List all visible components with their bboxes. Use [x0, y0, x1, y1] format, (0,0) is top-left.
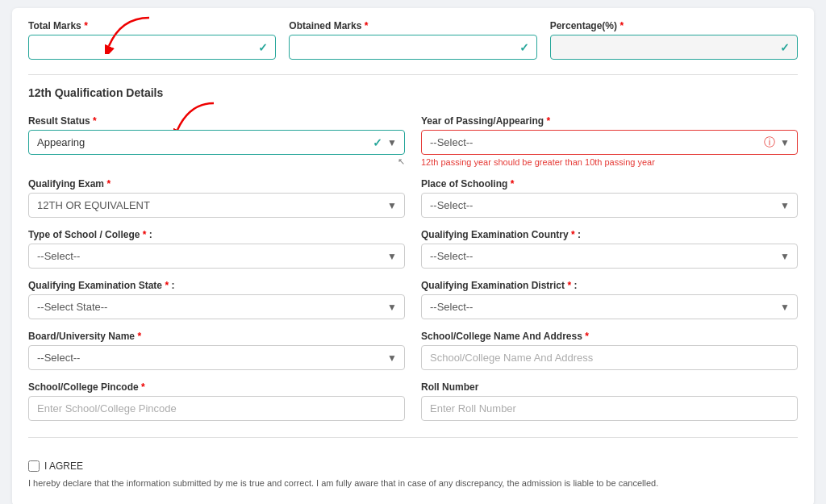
type-of-school-select[interactable]: --Select--: [28, 244, 405, 269]
percentage-label: Percentage(%) *: [550, 20, 798, 31]
qualifying-state-label: Qualifying Examination State * :: [28, 280, 405, 291]
percentage-field: Percentage(%) * 81.33 ✓: [550, 20, 798, 60]
qualifying-state-select[interactable]: --Select State--: [28, 294, 405, 319]
place-of-schooling-label: Place of Schooling *: [421, 178, 798, 190]
year-of-passing-field: Year of Passing/Appearing * --Select-- ⓘ…: [421, 115, 798, 167]
type-of-school-wrapper: --Select-- ▼: [28, 244, 405, 269]
place-of-schooling-field: Place of Schooling * --Select-- ▼: [421, 178, 798, 218]
place-of-schooling-select[interactable]: --Select--: [421, 193, 798, 218]
total-marks-check-icon: ✓: [258, 41, 268, 54]
place-of-schooling-wrapper: --Select-- ▼: [421, 193, 798, 218]
agree-checkbox[interactable]: [28, 460, 40, 472]
type-of-school-label: Type of School / College * :: [28, 229, 405, 240]
school-college-name-label: School/College Name And Address *: [421, 331, 798, 342]
qualifying-country-select[interactable]: --Select--: [421, 244, 798, 269]
percentage-input[interactable]: 81.33: [550, 35, 798, 60]
obtained-marks-field: Obtained Marks * 488 ✓: [289, 20, 536, 60]
qualifying-district-select[interactable]: --Select--: [421, 294, 798, 319]
result-status-check-icon: ✓: [373, 136, 382, 149]
pincode-field: School/College Pincode *: [28, 381, 405, 421]
red-arrow-1: [105, 14, 153, 54]
qualification-section-title: 12th Qualification Details: [28, 86, 798, 104]
board-university-label: Board/University Name *: [28, 331, 405, 342]
qualifying-exam-field: Qualifying Exam * 12TH OR EQUIVALENT ▼: [28, 178, 405, 218]
qualifying-district-field: Qualifying Examination District * : --Se…: [421, 280, 798, 319]
bottom-note: I hereby declare that the information su…: [28, 477, 798, 490]
agree-label[interactable]: I AGREE: [44, 460, 83, 472]
year-of-passing-select[interactable]: --Select--: [421, 130, 798, 155]
qualifying-district-wrapper: --Select-- ▼: [421, 294, 798, 319]
board-university-field: Board/University Name * --Select-- ▼: [28, 331, 405, 370]
result-status-wrapper: Appearing Passed Awaited ✓ ▼: [28, 130, 405, 155]
bottom-section: I AGREE I hereby declare that the inform…: [28, 437, 798, 490]
school-college-name-input[interactable]: [421, 345, 798, 370]
pincode-label: School/College Pincode *: [28, 381, 405, 393]
year-of-passing-error-text: 12th passing year should be greater than…: [421, 157, 798, 167]
qualifying-exam-select[interactable]: 12TH OR EQUIVALENT: [28, 193, 405, 218]
qualifying-state-wrapper: --Select State-- ▼: [28, 294, 405, 319]
roll-number-label: Roll Number: [421, 381, 798, 393]
obtained-marks-label: Obtained Marks *: [289, 20, 536, 31]
percentage-input-wrapper: 81.33 ✓: [550, 35, 798, 60]
year-of-passing-error-icon: ⓘ: [764, 135, 775, 150]
obtained-marks-check-icon: ✓: [519, 41, 529, 54]
pincode-input[interactable]: [28, 396, 405, 421]
qualifying-state-field: Qualifying Examination State * : --Selec…: [28, 280, 405, 319]
year-of-passing-wrapper: --Select-- ⓘ ▼: [421, 130, 798, 155]
qualifying-district-label: Qualifying Examination District * :: [421, 280, 798, 291]
percentage-check-icon: ✓: [780, 41, 790, 54]
roll-number-input[interactable]: [421, 396, 798, 421]
type-of-school-field: Type of School / College * : --Select-- …: [28, 229, 405, 269]
qualifying-country-label: Qualifying Examination Country * :: [421, 229, 798, 240]
cursor-hint: ↖: [28, 156, 405, 167]
roll-number-field: Roll Number: [421, 381, 798, 421]
qualifying-country-wrapper: --Select-- ▼: [421, 244, 798, 269]
board-university-wrapper: --Select-- ▼: [28, 345, 405, 370]
obtained-marks-input-wrapper: 488 ✓: [289, 35, 536, 60]
qualifying-exam-label: Qualifying Exam *: [28, 178, 405, 190]
school-college-name-field: School/College Name And Address *: [421, 331, 798, 370]
obtained-marks-input[interactable]: 488: [289, 35, 536, 60]
qualifying-exam-wrapper: 12TH OR EQUIVALENT ▼: [28, 193, 405, 218]
result-status-select[interactable]: Appearing Passed Awaited: [28, 130, 405, 155]
agree-row: I AGREE: [28, 460, 798, 472]
board-university-select[interactable]: --Select--: [28, 345, 405, 370]
year-of-passing-label: Year of Passing/Appearing *: [421, 115, 798, 127]
qualifying-country-field: Qualifying Examination Country * : --Sel…: [421, 229, 798, 269]
